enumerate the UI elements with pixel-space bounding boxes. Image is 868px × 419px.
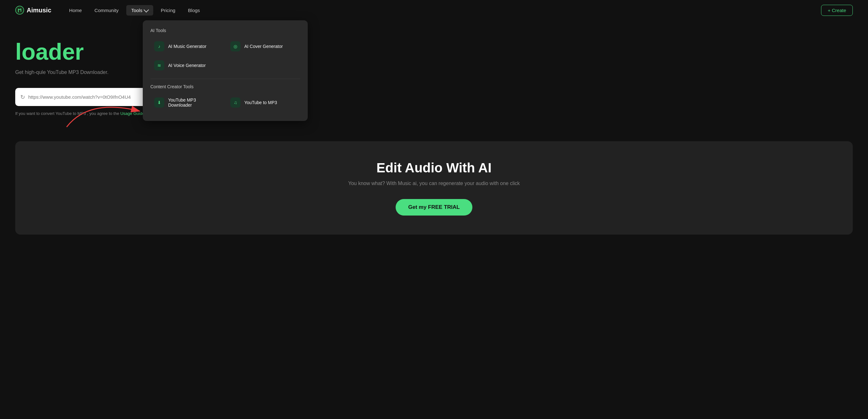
free-trial-button[interactable]: Get my FREE TRIAL — [396, 199, 472, 215]
nav-home[interactable]: Home — [64, 5, 87, 16]
ai-voice-icon: ≋ — [154, 60, 164, 70]
brand-name: Aimusic — [27, 7, 52, 14]
nav-blogs[interactable]: Blogs — [183, 5, 205, 16]
navbar: Aimusic Home Community Tools Pricing Blo… — [0, 0, 868, 20]
ai-tools-items: ♪ AI Music Generator ◎ AI Cover Generato… — [150, 38, 300, 73]
nav-left: Aimusic Home Community Tools Pricing Blo… — [15, 5, 205, 16]
dropdown-item-yt-mp3-dl[interactable]: ⬇ YouTube MP3 Downloader — [150, 94, 224, 111]
hero-subtitle: Get high-qule YouTube MP3 Downloader. — [15, 69, 853, 75]
logo[interactable]: Aimusic — [15, 6, 52, 14]
dropdown-item-yt-to-mp3[interactable]: ♫ YouTube to MP3 — [226, 94, 300, 111]
dropdown-item-ai-cover[interactable]: ◎ AI Cover Generator — [226, 38, 300, 55]
hero-title: loader — [15, 39, 853, 64]
nav-links: Home Community Tools Pricing Blogs — [64, 5, 205, 16]
refresh-icon: ↻ — [20, 94, 25, 101]
content-creator-section-title: Content Creator Tools — [150, 84, 300, 89]
yt-to-mp3-label: YouTube to MP3 — [244, 100, 277, 105]
create-button[interactable]: + Create — [821, 5, 853, 16]
tools-dropdown: AI Tools ♪ AI Music Generator ◎ AI Cover… — [143, 20, 308, 121]
ai-cover-label: AI Cover Generator — [244, 44, 283, 49]
ai-voice-label: AI Voice Generator — [168, 63, 206, 68]
ai-music-icon: ♪ — [154, 41, 164, 52]
edit-audio-subtitle: You know what? With Music ai, you can re… — [28, 181, 840, 186]
svg-point-0 — [16, 6, 24, 14]
ai-music-label: AI Music Generator — [168, 44, 207, 49]
ai-tools-section-title: AI Tools — [150, 28, 300, 33]
usage-note-pre: If you want to convert YouTube to MP3 , … — [15, 111, 120, 116]
tools-chevron-icon — [144, 7, 149, 12]
hero-subtitle-partial: Get high-qu — [15, 69, 42, 75]
hero-section: loader Get high-qule YouTube MP3 Downloa… — [0, 20, 868, 128]
usage-note: If you want to convert YouTube to MP3 , … — [15, 111, 853, 116]
yt-mp3-dl-icon: ⬇ — [154, 97, 164, 108]
nav-community[interactable]: Community — [90, 5, 124, 16]
dropdown-item-ai-voice[interactable]: ≋ AI Voice Generator — [150, 57, 224, 73]
hero-subtitle-rest: le YouTube MP3 Downloader. — [42, 69, 108, 75]
dropdown-item-ai-music[interactable]: ♪ AI Music Generator — [150, 38, 224, 55]
ai-cover-icon: ◎ — [230, 41, 241, 52]
yt-mp3-dl-label: YouTube MP3 Downloader — [168, 97, 220, 108]
nav-tools-label: Tools — [131, 8, 143, 13]
nav-pricing[interactable]: Pricing — [156, 5, 181, 16]
edit-audio-title: Edit Audio With AI — [28, 160, 840, 176]
nav-tools[interactable]: Tools — [126, 5, 153, 16]
yt-to-mp3-icon: ♫ — [230, 97, 241, 108]
logo-icon — [15, 6, 24, 14]
edit-audio-section: Edit Audio With AI You know what? With M… — [15, 141, 853, 235]
content-creator-items: ⬇ YouTube MP3 Downloader ♫ YouTube to MP… — [150, 94, 300, 111]
